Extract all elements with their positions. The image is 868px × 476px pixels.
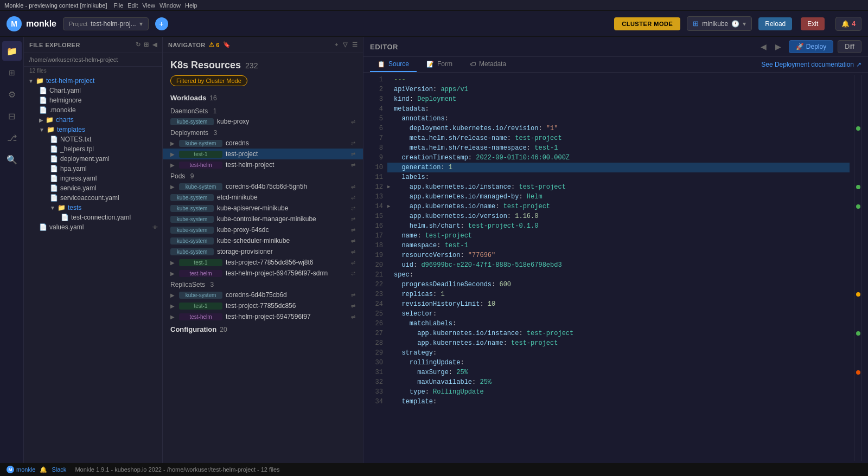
exit-button[interactable]: Exit bbox=[801, 17, 825, 30]
sidebar-icon-terminal[interactable]: ⊟ bbox=[2, 106, 22, 126]
right-scrollbar[interactable] bbox=[861, 75, 868, 461]
list-item[interactable]: kube-system kube-scheduler-minikube ⇌ bbox=[163, 235, 363, 246]
resource-name: kube-controller-manager-minikube bbox=[217, 215, 348, 223]
list-item[interactable]: ▶ kube-system coredns-6d4b75cb6d ⇌ bbox=[163, 290, 363, 300]
forward-button[interactable]: ▶ bbox=[772, 41, 784, 52]
folder-icon: 📁 bbox=[58, 204, 66, 211]
add-project-button[interactable]: + bbox=[155, 17, 168, 30]
code-line: meta.helm.sh/release-name: test-project bbox=[387, 133, 850, 143]
notifications-button[interactable]: 🔔 4 bbox=[835, 17, 861, 31]
tree-item-service[interactable]: 📄 service.yaml bbox=[24, 183, 162, 193]
tab-label: Form bbox=[437, 60, 452, 68]
list-item[interactable]: kube-system kube-proxy ⇌ bbox=[163, 116, 363, 127]
file-icon: 📄 bbox=[50, 184, 58, 192]
tree-item-chart-yaml[interactable]: 📄 Chart.yaml bbox=[24, 86, 162, 95]
list-item[interactable]: ▶ test-helm test-helm-project ⇌ bbox=[163, 159, 363, 170]
cluster-mode-button[interactable]: CLUSTER MODE bbox=[614, 17, 680, 30]
folder-icon: 📁 bbox=[36, 77, 44, 85]
menu-view[interactable]: View bbox=[142, 2, 155, 9]
tree-item-helpers[interactable]: 📄 _helpers.tpl bbox=[24, 144, 162, 154]
file-icon: 📄 bbox=[50, 136, 58, 143]
icon-sidebar: 📁 ⊞ ⚙ ⊟ ⎇ 🔍 bbox=[0, 37, 24, 463]
tree-item-serviceaccount[interactable]: 📄 serviceaccount.yaml bbox=[24, 193, 162, 203]
code-line: maxUnavailable: 25% bbox=[387, 377, 850, 387]
list-item[interactable]: kube-system etcd-minikube ⇌ bbox=[163, 192, 363, 203]
sidebar-icon-folder[interactable]: 📁 bbox=[2, 41, 22, 61]
list-item[interactable]: ▶ test-1 test-project-77855dc856 ⇌ bbox=[163, 300, 363, 311]
add-icon[interactable]: + bbox=[335, 41, 339, 48]
expand-arrow-icon: ▶ bbox=[170, 151, 175, 157]
tree-item-monokle[interactable]: 📄 .monokle bbox=[24, 105, 162, 115]
editor-header: EDITOR ◀ ▶ 🚀 Deploy Diff bbox=[363, 37, 868, 57]
list-item[interactable]: kube-system storage-provisioner ⇌ bbox=[163, 246, 363, 257]
namespace-badge: kube-system bbox=[170, 237, 214, 245]
menu-help[interactable]: Help bbox=[185, 2, 197, 9]
file-explorer-actions: ↻ ⊞ bbox=[136, 41, 149, 48]
tree-item-deployment[interactable]: 📄 deployment.yaml bbox=[24, 154, 162, 164]
list-item[interactable]: ▶ test-1 test-project ⇌ bbox=[163, 149, 363, 159]
section-count: 16 bbox=[209, 94, 216, 102]
tab-label: Source bbox=[388, 60, 409, 68]
cluster-selector[interactable]: ⊞ minikube 🕐 ▾ bbox=[687, 16, 752, 31]
back-button[interactable]: ◀ bbox=[757, 41, 770, 52]
menu-bar: File Edit View Window Help bbox=[114, 2, 197, 9]
project-label: Project bbox=[69, 21, 87, 27]
refresh-icon[interactable]: ↻ bbox=[136, 41, 141, 48]
code-line: strategy: bbox=[387, 348, 850, 358]
editor-panel: EDITOR ◀ ▶ 🚀 Deploy Diff 📋 Source 📝 Form… bbox=[363, 37, 868, 463]
folder-icon[interactable]: ⊞ bbox=[144, 41, 149, 48]
sidebar-icon-cluster[interactable]: ⊞ bbox=[2, 63, 22, 82]
menu-edit[interactable]: Edit bbox=[127, 2, 138, 9]
menu-file[interactable]: File bbox=[114, 2, 124, 9]
section-workloads[interactable]: Workloads 16 bbox=[163, 91, 363, 105]
navigator-actions: + ▽ ☰ bbox=[335, 41, 358, 48]
tree-item-charts[interactable]: ▶ 📁 charts bbox=[24, 115, 162, 125]
deploy-button[interactable]: 🚀 Deploy bbox=[789, 40, 833, 53]
tree-item-notes[interactable]: 📄 NOTES.txt bbox=[24, 134, 162, 144]
project-selector[interactable]: Project test-helm-proj... ▾ bbox=[63, 17, 149, 30]
list-item[interactable]: ▶ kube-system coredns-6d4b75cb6d-5gn5h ⇌ bbox=[163, 181, 363, 192]
filter-icon[interactable]: ▽ bbox=[343, 41, 348, 48]
cluster-icon: ⊞ bbox=[693, 20, 699, 28]
tree-item-hpa[interactable]: 📄 hpa.yaml bbox=[24, 164, 162, 173]
gutter-line bbox=[854, 143, 861, 153]
sidebar-icon-git[interactable]: ⎇ bbox=[2, 128, 22, 147]
list-item[interactable]: kube-system kube-controller-manager-mini… bbox=[163, 214, 363, 224]
menu-icon[interactable]: ☰ bbox=[352, 41, 358, 48]
list-item[interactable]: ▶ test-helm test-helm-project-6947596f97… bbox=[163, 311, 363, 322]
list-item[interactable]: kube-system kube-proxy-64sdc ⇌ bbox=[163, 224, 363, 235]
collapse-arrow[interactable]: ◀ bbox=[152, 41, 157, 48]
tree-item-ingress[interactable]: 📄 ingress.yaml bbox=[24, 173, 162, 183]
tree-item-helmignore[interactable]: 📄 helmignore bbox=[24, 95, 162, 105]
section-name: Configuration bbox=[170, 325, 216, 333]
list-item[interactable]: ▶ test-helm test-helm-project-6947596f97… bbox=[163, 268, 363, 279]
list-item[interactable]: kube-system kube-apiserver-minikube ⇌ bbox=[163, 203, 363, 214]
gutter-line bbox=[854, 270, 861, 280]
list-item[interactable]: ▶ test-1 test-project-77855dc856-wj8t6 ⇌ bbox=[163, 257, 363, 268]
code-line: app.kubernetes.io/managed-by: Helm bbox=[387, 192, 850, 202]
doc-link[interactable]: See Deployment documentation ↗ bbox=[761, 61, 861, 68]
namespace-badge: test-1 bbox=[179, 151, 222, 158]
tab-metadata[interactable]: 🏷 Metadata bbox=[462, 57, 514, 72]
diff-button[interactable]: Diff bbox=[838, 40, 861, 53]
navigator-panel: NAVIGATOR ⚠ 6 🔖 + ▽ ☰ K8s Resources 232 … bbox=[163, 37, 363, 463]
tab-source[interactable]: 📋 Source bbox=[370, 57, 417, 72]
sidebar-icon-search[interactable]: 🔍 bbox=[2, 150, 22, 169]
list-item[interactable]: ▶ kube-system coredns ⇌ bbox=[163, 138, 363, 149]
section-configuration[interactable]: Configuration 20 bbox=[163, 322, 363, 337]
slack-link[interactable]: Slack bbox=[52, 466, 66, 473]
namespace-badge: test-helm bbox=[179, 313, 222, 320]
tab-form[interactable]: 📝 Form bbox=[419, 57, 460, 72]
tree-item-templates[interactable]: ▼ 📁 templates bbox=[24, 125, 162, 134]
gutter-line bbox=[854, 172, 861, 182]
tree-item-tests[interactable]: ▼ 📁 tests bbox=[24, 203, 162, 213]
namespace-badge: kube-system bbox=[170, 118, 214, 125]
resource-name: storage-provisioner bbox=[217, 248, 348, 255]
tree-item-values[interactable]: 📄 values.yaml 👁 bbox=[24, 222, 162, 232]
tree-item-test-connection[interactable]: 📄 test-connection.yaml bbox=[24, 213, 162, 222]
sidebar-icon-settings[interactable]: ⚙ bbox=[2, 85, 22, 104]
tree-item-folder-root[interactable]: ▼ 📁 test-helm-project bbox=[24, 76, 162, 86]
menu-window[interactable]: Window bbox=[159, 2, 181, 9]
code-line: template: bbox=[387, 397, 850, 407]
reload-button[interactable]: Reload bbox=[758, 17, 792, 30]
